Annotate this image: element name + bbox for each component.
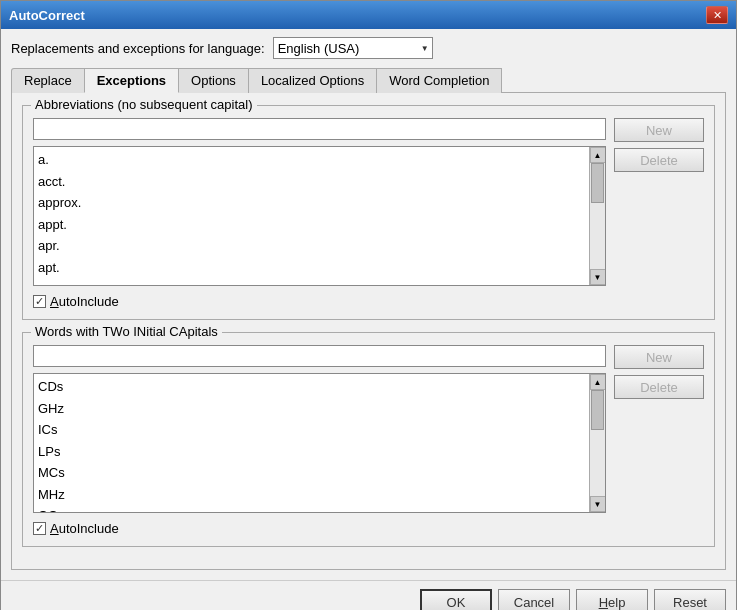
scroll-thumb [591,390,604,430]
two-initials-list[interactable]: CDs GHz ICs LPs MCs MHz OOo ▲ [33,373,606,513]
two-initials-right: New Delete [614,345,704,536]
abbreviations-new-button[interactable]: New [614,118,704,142]
list-item: a. [34,149,589,171]
list-item: appt. [34,214,589,236]
abbreviations-auto-include-checkbox[interactable] [33,295,46,308]
scroll-down-btn[interactable]: ▼ [590,496,606,512]
two-initials-new-button[interactable]: New [614,345,704,369]
close-button[interactable]: ✕ [706,6,728,24]
reset-button[interactable]: Reset [654,589,726,610]
bottom-bar: OK Cancel Help Reset [1,580,736,610]
tab-bar: Replace Exceptions Options Localized Opt… [11,67,726,93]
list-item: MHz [34,484,589,506]
auto-include-underline: A [50,294,59,309]
list-item: LPs [34,441,589,463]
list-item: assoc. [34,278,589,285]
two-initials-auto-include-row: AutoInclude [33,521,606,536]
list-item: ICs [34,419,589,441]
two-initials-section: Words with TWo INitial CApitals CDs GHz … [22,332,715,547]
scroll-up-btn[interactable]: ▲ [590,374,606,390]
abbreviations-scrollbar[interactable]: ▲ ▼ [589,147,605,285]
list-item: GHz [34,398,589,420]
abbreviations-delete-button[interactable]: Delete [614,148,704,172]
list-item: CDs [34,376,589,398]
help-button[interactable]: Help [576,589,648,610]
cancel-button[interactable]: Cancel [498,589,570,610]
title-controls: ✕ [706,6,728,24]
scroll-thumb [591,163,604,203]
window-title: AutoCorrect [9,8,85,23]
two-initials-legend: Words with TWo INitial CApitals [31,324,222,339]
scroll-up-btn[interactable]: ▲ [590,147,606,163]
autocorrect-dialog: AutoCorrect ✕ Replacements and exception… [0,0,737,610]
title-bar: AutoCorrect ✕ [1,1,736,29]
two-initials-auto-include-checkbox[interactable] [33,522,46,535]
abbreviations-list-content: a. acct. approx. appt. apr. apt. assoc. [34,147,589,285]
language-label: Replacements and exceptions for language… [11,41,265,56]
two-initials-input[interactable] [33,345,606,367]
dialog-content: Replacements and exceptions for language… [1,29,736,580]
two-initials-auto-include-label: AutoInclude [50,521,119,536]
list-item: MCs [34,462,589,484]
abbreviations-auto-include-row: AutoInclude [33,294,606,309]
two-initials-body: CDs GHz ICs LPs MCs MHz OOo ▲ [33,345,704,536]
two-initials-delete-button[interactable]: Delete [614,375,704,399]
list-item: apr. [34,235,589,257]
abbreviations-input[interactable] [33,118,606,140]
abbreviations-legend: Abbreviations (no subsequent capital) [31,97,257,112]
scroll-track [590,163,605,269]
abbreviations-right: New Delete [614,118,704,309]
list-item: apt. [34,257,589,279]
tab-exceptions[interactable]: Exceptions [84,68,179,93]
abbreviations-auto-include-label: AutoInclude [50,294,119,309]
language-select[interactable]: English (USA) [273,37,433,59]
ok-button[interactable]: OK [420,589,492,610]
auto-include-underline: A [50,521,59,536]
language-select-wrap: English (USA) [273,37,433,59]
tab-replace[interactable]: Replace [11,68,85,93]
abbreviations-left: a. acct. approx. appt. apr. apt. assoc. … [33,118,606,309]
two-initials-left: CDs GHz ICs LPs MCs MHz OOo ▲ [33,345,606,536]
two-initials-scrollbar[interactable]: ▲ ▼ [589,374,605,512]
list-item: acct. [34,171,589,193]
list-item: OOo [34,505,589,512]
tab-word-completion[interactable]: Word Completion [376,68,502,93]
exceptions-panel: Abbreviations (no subsequent capital) a.… [11,93,726,570]
tab-localized-options[interactable]: Localized Options [248,68,377,93]
abbreviations-list[interactable]: a. acct. approx. appt. apr. apt. assoc. … [33,146,606,286]
language-row: Replacements and exceptions for language… [11,37,726,59]
scroll-down-btn[interactable]: ▼ [590,269,606,285]
tab-options[interactable]: Options [178,68,249,93]
two-initials-list-content: CDs GHz ICs LPs MCs MHz OOo [34,374,589,512]
list-item: approx. [34,192,589,214]
abbreviations-section: Abbreviations (no subsequent capital) a.… [22,105,715,320]
abbreviations-body: a. acct. approx. appt. apr. apt. assoc. … [33,118,704,309]
scroll-track [590,390,605,496]
